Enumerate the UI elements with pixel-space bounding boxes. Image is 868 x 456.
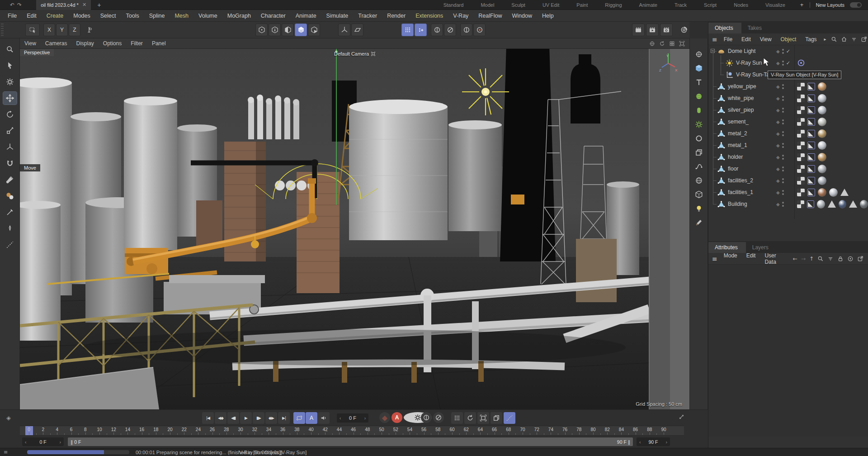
maximize-icon[interactable] (679, 41, 685, 47)
layer-icon[interactable]: ◆ (776, 155, 780, 160)
visibility-controls[interactable]: ◆ (776, 84, 784, 89)
menu-mesh[interactable]: Mesh (170, 13, 193, 19)
tag-area[interactable] (797, 163, 868, 175)
uvw-tag-icon[interactable] (797, 200, 804, 208)
visibility-controls[interactable]: ◆ (776, 166, 784, 171)
object-row[interactable]: white_pipe◆ (708, 92, 868, 104)
visibility-controls[interactable]: ◆ (776, 119, 784, 124)
animation-dots-button[interactable] (451, 412, 463, 424)
measure-tool-button[interactable] (3, 238, 17, 251)
material-tag-icon[interactable] (818, 141, 826, 150)
view-label[interactable]: Perspective (20, 49, 54, 56)
viewport-menu-options[interactable]: Options (99, 40, 126, 47)
uvw-tag-icon[interactable] (797, 83, 805, 90)
material-tag-icon[interactable] (818, 82, 826, 91)
uvw-tag-icon[interactable] (797, 142, 805, 149)
phong-tag-icon[interactable] (807, 83, 815, 90)
menu-extensions[interactable]: Extensions (410, 13, 448, 19)
uvw-tag-icon[interactable] (797, 189, 805, 196)
snap-settings-button[interactable] (415, 24, 427, 36)
mograph-capsule-button[interactable] (695, 106, 703, 114)
texture-mode-button[interactable] (282, 24, 294, 36)
layout-tab-paint[interactable]: Paint (568, 2, 596, 8)
hamburger-icon[interactable]: ≡ (711, 36, 719, 43)
filter-icon[interactable] (827, 256, 834, 262)
visibility-controls[interactable]: ◆ (776, 190, 784, 195)
menu-simulate[interactable]: Simulate (321, 13, 354, 19)
layout-tab-rigging[interactable]: Rigging (596, 2, 630, 8)
move-tool-button[interactable] (3, 92, 17, 104)
frame-decrement-icon[interactable]: ‹ (340, 416, 341, 421)
visibility-controls[interactable]: ◆ (776, 202, 784, 207)
next-key-button[interactable]: ◆▶ (265, 412, 277, 424)
om-menu-edit[interactable]: Edit (737, 36, 755, 43)
triangle-tag-icon[interactable] (849, 200, 857, 208)
visibility-dots[interactable] (782, 96, 784, 101)
volume-gear-button[interactable] (695, 120, 703, 128)
axis-lock-z[interactable]: Z (69, 24, 80, 36)
menu-mograph[interactable]: MoGraph (222, 13, 256, 19)
uvw-tag-icon[interactable] (797, 165, 805, 173)
object-row[interactable]: Building◆ (708, 198, 868, 210)
status-menu-icon[interactable]: ≡ (4, 449, 8, 455)
attr-menu-mode[interactable]: Mode (719, 252, 742, 265)
uvw-tag-icon[interactable] (797, 153, 805, 161)
grid-icon[interactable] (669, 41, 675, 47)
layer-icon[interactable]: ◆ (776, 131, 780, 136)
phong-tag-icon[interactable] (807, 130, 815, 138)
search-icon[interactable] (817, 256, 824, 262)
layout-tab-animate[interactable]: Animate (631, 2, 666, 8)
redo-icon[interactable]: ↷ (17, 2, 22, 8)
om-menu-object[interactable]: Object (776, 36, 801, 43)
tag-area[interactable] (797, 81, 868, 92)
external-icon[interactable] (857, 256, 863, 262)
cycle-animation-button[interactable] (464, 412, 476, 424)
viewport-menu-view[interactable]: View (20, 40, 41, 47)
interactive-render-region-button[interactable] (473, 24, 486, 36)
range-end-field[interactable]: ‹ 90 F › (637, 437, 670, 446)
visibility-dots[interactable] (782, 155, 784, 160)
viewport-canvas[interactable]: Perspective Default Camera Move Grid Spa… (20, 49, 689, 409)
layer-icon[interactable]: ◆ (776, 178, 780, 183)
menu-render[interactable]: Render (382, 13, 410, 19)
tag-area[interactable] (797, 57, 868, 69)
sync-icon[interactable] (659, 41, 665, 47)
layer-icon[interactable]: ◆ (776, 61, 780, 66)
triangle-tag-icon[interactable] (828, 200, 836, 208)
ring-object-button[interactable] (695, 134, 703, 142)
spline-curve-button[interactable] (695, 162, 703, 171)
menu-character[interactable]: Character (256, 13, 291, 19)
phong-tag-icon[interactable] (807, 153, 815, 161)
viewport-3d-scene[interactable] (20, 49, 689, 409)
visibility-controls[interactable]: ◆✓ (776, 60, 790, 66)
null-object-button[interactable] (695, 50, 703, 58)
uvw-tag-icon[interactable] (797, 130, 805, 138)
object-row[interactable]: metal_2◆ (708, 128, 868, 139)
menu-overflow-icon[interactable]: ▸ (821, 37, 829, 42)
solo-mode-button[interactable] (460, 24, 472, 36)
visibility-controls[interactable]: ◆ (776, 108, 784, 113)
material-tag-icon[interactable] (860, 200, 868, 209)
phong-tag-icon[interactable] (807, 189, 815, 196)
sky-object-button[interactable] (695, 176, 703, 185)
increment-icon[interactable]: › (665, 439, 667, 445)
object-row[interactable]: floor◆ (708, 163, 868, 175)
menu-window[interactable]: Window (507, 13, 537, 19)
home-icon[interactable] (841, 36, 847, 43)
decrement-icon[interactable]: ‹ (639, 439, 641, 445)
make-editable-button[interactable] (255, 24, 268, 36)
layout-tab-sculpt[interactable]: Sculpt (503, 2, 534, 8)
phong-tag-icon[interactable] (807, 177, 815, 185)
loop-button[interactable] (293, 412, 305, 424)
visibility-dots[interactable] (782, 131, 784, 136)
visibility-dots[interactable] (782, 190, 784, 195)
menu-animate[interactable]: Animate (291, 13, 321, 19)
tag-area[interactable] (797, 92, 868, 104)
range-start-field[interactable]: ‹ 0 F › (22, 437, 64, 446)
play-button[interactable]: ▶ (240, 412, 252, 424)
object-row[interactable]: yellow_pipe◆ (708, 81, 868, 92)
viewport-menu-display[interactable]: Display (71, 40, 98, 47)
attribute-manager-tab-attributes[interactable]: Attributes (708, 242, 746, 253)
tag-area[interactable] (797, 116, 868, 128)
visibility-dots[interactable] (782, 119, 784, 124)
